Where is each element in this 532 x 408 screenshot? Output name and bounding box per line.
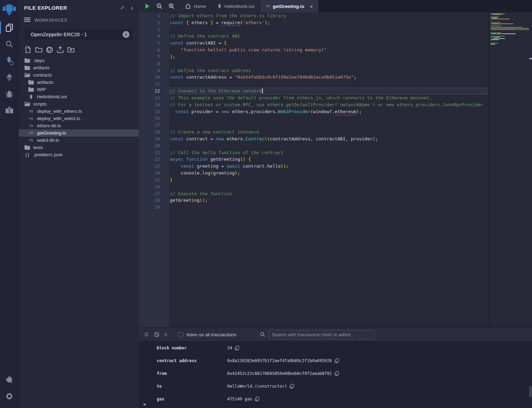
copy-icon[interactable] [335,371,339,376]
code-line[interactable]: getGreeting(); [169,197,488,204]
line-number: 27 [139,190,169,197]
tree-item-deploy-with-web3-ts[interactable]: TSdeploy_with_web3.ts [19,115,139,122]
plugin-manager-icon[interactable] [0,371,19,388]
tree-item-web3-lib-ts[interactable]: TSweb3-lib.ts [19,137,139,144]
tree-item-artifacts[interactable]: artifacts [19,79,139,86]
tree-item-artifacts[interactable]: artifacts [19,64,139,71]
tab-label: getGreeting.ts [273,4,304,9]
tree-item-label: ethers-lib.ts [37,123,61,128]
copy-icon[interactable] [255,397,259,401]
zoom-out-icon[interactable] [156,3,163,9]
tree-item-deploy-with-ethers-ts[interactable]: TSdeploy_with_ethers.ts [19,108,139,115]
code-line[interactable] [169,81,488,88]
play-icon[interactable] [144,3,151,9]
code-token [170,163,181,169]
copy-icon[interactable] [335,358,339,363]
remix-logo[interactable] [0,0,19,19]
code-line[interactable]: const contractABI = [ [169,40,488,47]
code-editor[interactable]: 1234567891011121314151617181920212223242… [139,12,532,328]
code-line[interactable]: // Call the hello function of the contra… [169,149,488,156]
debugger-icon[interactable] [0,86,19,102]
tree-item-tests[interactable]: tests [19,144,139,151]
code-line[interactable]: "function hello() public view returns (s… [169,47,488,53]
code-line[interactable]: // For a testnet or custom RPC, use ethe… [169,101,488,108]
tree-item-scripts[interactable]: scripts [19,100,139,108]
file-explorer-icon[interactable] [0,19,19,36]
code-line[interactable]: async function getGreeting() { [169,156,488,163]
tab-home[interactable]: Home [180,0,212,12]
code-line[interactable] [169,26,488,33]
clear-console-icon[interactable] [153,331,160,338]
terminal-search-input[interactable] [268,330,375,339]
code-token: // Define the contract address [170,68,251,73]
code-line[interactable]: // This example uses the default provide… [169,94,488,101]
code-line[interactable] [169,142,488,149]
new-file-icon[interactable] [24,46,32,53]
upload-folder-icon[interactable] [67,46,75,53]
code-line[interactable]: const greeting = await contract.hello(); [169,163,488,170]
code-token: const [181,163,194,169]
ts-file-icon: TS [28,131,34,135]
tree-item-ethers-lib-ts[interactable]: TSethers-lib.ts [19,122,139,129]
solidity-compiler-icon[interactable] [0,52,19,69]
settings-gear-icon[interactable] [0,388,19,405]
minimap-line [491,45,529,46]
listen-transactions-checkbox[interactable] [178,332,183,337]
code-line[interactable] [169,115,488,122]
workspace-select[interactable]: OpenZeppelin ERC20 - 1 ▲▼ [24,28,133,40]
learneth-icon[interactable] [0,102,19,119]
terminal-row-value: HelloWorld.(constructor) [227,384,287,389]
terminal-row-label: to [157,384,227,389]
terminal-scrollbar-thumb[interactable] [529,386,532,397]
code-line[interactable] [169,183,488,190]
code-line[interactable]: const provider = new ethers.providers.We… [169,108,488,115]
terminal-prompt[interactable]: > [143,402,146,407]
tab-getgreeting-ts[interactable]: TSgetGreeting.ts× [260,0,319,12]
tree-item-contracts[interactable]: contracts [19,71,139,79]
code-line[interactable]: // Execute the function [169,190,488,197]
tab-helloworld-sol[interactable]: HelloWorld.sol [212,0,260,12]
tree-item-getgreeting-ts[interactable]: TSgetGreeting.ts [19,129,139,137]
code-line[interactable] [169,60,488,67]
github-icon[interactable] [46,46,53,53]
code-line[interactable]: ]; [169,53,488,60]
code-line[interactable]: const { ethers } = require('ethers'); [169,19,488,26]
tree-item-wip[interactable]: WIP [19,86,139,93]
new-folder-icon[interactable] [35,46,42,53]
code-line[interactable]: // Import ethers from the ethers.js libr… [169,12,488,19]
code-line[interactable]: console.log(greeting); [169,170,488,177]
tree-item-helloworld-sol[interactable]: HelloWorld.sol [19,93,139,100]
copy-icon[interactable] [290,384,294,389]
text-cursor [262,88,263,93]
minimap-line [491,41,529,42]
hamburger-menu-icon[interactable] [24,17,30,23]
minimap[interactable] [491,13,529,328]
ts-file-icon: TS [28,110,34,113]
search-icon[interactable] [0,36,19,52]
line-number: 22 [139,156,169,163]
code-line[interactable]: // Connect to the Ethereum network [169,88,488,94]
tree-item--deps[interactable]: .deps [19,57,139,64]
code-line[interactable]: const contract = new ethers.Contract(con… [169,136,488,142]
overview-ruler[interactable] [529,12,532,328]
code-line[interactable]: } [169,177,488,183]
code-line[interactable]: // Create a new contract instance [169,129,488,136]
tree-item--prettierrc-json[interactable]: { }.prettierrc.json [19,151,139,158]
terminal-row-label: from [157,371,227,376]
code-line[interactable] [169,122,488,129]
code-line[interactable]: const contractAddress = "0xb54febb5c0c0f… [169,74,488,81]
code-line[interactable] [169,204,488,211]
terminal-row-value: 475149 gas [227,397,252,401]
close-icon[interactable]: × [310,3,313,9]
code-content[interactable]: // Import ethers from the ethers.js libr… [169,12,488,328]
expand-terminal-icon[interactable] [143,331,150,338]
check-icon[interactable]: ✓ [120,4,125,11]
chevron-right-icon[interactable]: › [131,4,133,11]
deploy-run-icon[interactable] [0,69,19,86]
line-number: 6 [139,47,169,53]
copy-icon[interactable] [235,346,239,350]
code-line[interactable]: // Define the contract ABI [169,33,488,40]
code-line[interactable]: // Define the contract address [169,67,488,74]
zoom-in-icon[interactable] [168,3,175,9]
upload-file-icon[interactable] [56,46,64,53]
